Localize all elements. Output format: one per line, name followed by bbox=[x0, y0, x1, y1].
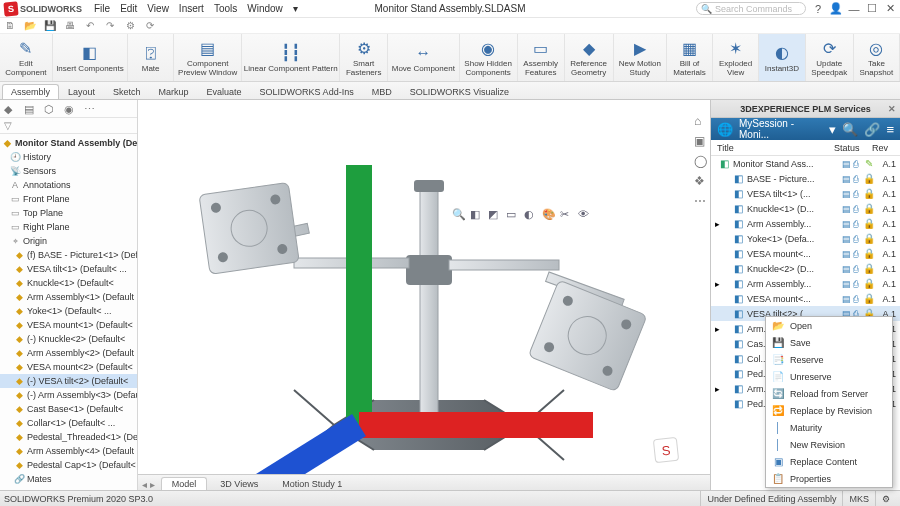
plm-row[interactable]: ▸◧Arm Assembly...▤ ⎙🔒A.1 bbox=[711, 216, 900, 231]
ribbon-take-snapshot[interactable]: ◎Take Snapshot bbox=[854, 34, 900, 81]
menu-edit[interactable]: Edit bbox=[120, 3, 137, 14]
ribbon-component-preview-window[interactable]: ▤Component Preview Window bbox=[174, 34, 242, 81]
ctx-maturity[interactable]: │Maturity bbox=[766, 419, 892, 436]
ribbon-reference-geometry[interactable]: ◆Reference Geometry bbox=[565, 34, 614, 81]
plm-row[interactable]: ▸◧Arm Assembly...▤ ⎙🔒A.1 bbox=[711, 276, 900, 291]
user-icon[interactable]: 👤 bbox=[830, 3, 842, 15]
tree-item[interactable]: ⌖Origin bbox=[0, 234, 137, 248]
ribbon-update-speedpak[interactable]: ⟳Update Speedpak bbox=[806, 34, 854, 81]
tree-item[interactable]: ◆Collar<1> (Default< ... bbox=[0, 416, 137, 430]
ctx-save[interactable]: 💾Save bbox=[766, 334, 892, 351]
taskpane-close-icon[interactable]: ✕ bbox=[888, 104, 896, 114]
ctx-open[interactable]: 📂Open bbox=[766, 317, 892, 334]
tree-item[interactable]: ◆Monitor Stand Assembly (Default bbox=[0, 136, 137, 150]
tree-tab-feature-icon[interactable]: ◆ bbox=[4, 103, 16, 115]
tree-tab-more-icon[interactable]: ⋯ bbox=[84, 103, 96, 115]
maximize-icon[interactable]: ☐ bbox=[866, 3, 878, 15]
cm-tab-solidworks-visualize[interactable]: SOLIDWORKS Visualize bbox=[401, 84, 518, 99]
qat-open-icon[interactable]: 📂 bbox=[24, 20, 36, 32]
tree-item[interactable]: ◆VESA mount<2> (Default< bbox=[0, 360, 137, 374]
tree-item[interactable]: ◆Cast Base<1> (Default< bbox=[0, 402, 137, 416]
qat-save-icon[interactable]: 💾 bbox=[44, 20, 56, 32]
ribbon-linear-component-pattern[interactable]: ┇┇Linear Component Pattern bbox=[242, 34, 340, 81]
tree-item[interactable]: ▭Top Plane bbox=[0, 206, 137, 220]
tree-tab-display-icon[interactable]: ◉ bbox=[64, 103, 76, 115]
help-icon[interactable]: ? bbox=[812, 3, 824, 15]
cm-tab-assembly[interactable]: Assembly bbox=[2, 84, 59, 99]
ribbon-move-component[interactable]: ↔Move Component bbox=[388, 34, 460, 81]
status-gear-icon[interactable]: ⚙ bbox=[875, 491, 896, 506]
col-title[interactable]: Title bbox=[717, 143, 834, 153]
tree-item[interactable]: ◆Arm Assembly<4> (Default bbox=[0, 444, 137, 458]
qat-options-icon[interactable]: ⚙ bbox=[124, 20, 136, 32]
menu-file[interactable]: File bbox=[94, 3, 110, 14]
tree-item[interactable]: ◆Yoke<1> (Default< ... bbox=[0, 304, 137, 318]
qat-rebuild-icon[interactable]: ⟳ bbox=[144, 20, 156, 32]
ctx-reload-from-server[interactable]: 🔄Reload from Server bbox=[766, 385, 892, 402]
tree-item[interactable]: ◆Pedestal_Threaded<1> (Defaul... bbox=[0, 430, 137, 444]
tree-item[interactable]: ◆(-) VESA tilt<2> (Default< bbox=[0, 374, 137, 388]
menu-view[interactable]: View bbox=[147, 3, 169, 14]
ribbon-insert-components[interactable]: ◧Insert Components bbox=[53, 34, 128, 81]
ribbon-edit-component[interactable]: ✎Edit Component bbox=[0, 34, 53, 81]
menu-more-icon[interactable]: ▾ bbox=[293, 3, 298, 14]
tree-item[interactable]: AAnnotations bbox=[0, 178, 137, 192]
close-icon[interactable]: ✕ bbox=[884, 3, 896, 15]
qat-print-icon[interactable]: 🖶 bbox=[64, 20, 76, 32]
menu-insert[interactable]: Insert bbox=[179, 3, 204, 14]
tab-model[interactable]: Model bbox=[161, 477, 208, 490]
ribbon-smart-fasteners[interactable]: ⚙Smart Fasteners bbox=[340, 34, 388, 81]
qat-new-icon[interactable]: 🗎 bbox=[4, 20, 16, 32]
tree-item[interactable]: ◆VESA mount<1> (Default< bbox=[0, 318, 137, 332]
ctx-properties[interactable]: 📋Properties bbox=[766, 470, 892, 487]
menu-tools[interactable]: Tools bbox=[214, 3, 237, 14]
plm-row[interactable]: ◧Knuckle<2> (D...▤ ⎙🔒A.1 bbox=[711, 261, 900, 276]
tree-item[interactable]: 🕘History bbox=[0, 150, 137, 164]
col-status[interactable]: Status bbox=[834, 143, 872, 153]
tab-motion-study[interactable]: Motion Study 1 bbox=[271, 477, 353, 490]
ribbon-assembly-features[interactable]: ▭Assembly Features bbox=[518, 34, 565, 81]
tree-tab-config-icon[interactable]: ⬡ bbox=[44, 103, 56, 115]
cm-tab-evaluate[interactable]: Evaluate bbox=[198, 84, 251, 99]
ribbon-new-motion-study[interactable]: ▶New Motion Study bbox=[614, 34, 668, 81]
ctx-replace-by-revision[interactable]: 🔁Replace by Revision bbox=[766, 402, 892, 419]
tree-tab-property-icon[interactable]: ▤ bbox=[24, 103, 36, 115]
search-commands-input[interactable]: 🔍 Search Commands bbox=[696, 2, 806, 15]
session-name[interactable]: MySession - Moni... bbox=[739, 118, 817, 140]
ribbon-exploded-view[interactable]: ✶Exploded View bbox=[713, 34, 759, 81]
tree-item[interactable]: ◆(-) Arm Assembly<3> (Default< <... bbox=[0, 388, 137, 402]
plm-row[interactable]: ◧VESA tilt<1> (...▤ ⎙🔒A.1 bbox=[711, 186, 900, 201]
plm-row[interactable]: ◧VESA mount<...▤ ⎙🔒A.1 bbox=[711, 246, 900, 261]
tree-item[interactable]: ▭Right Plane bbox=[0, 220, 137, 234]
tree-filter-icon[interactable]: ▽ bbox=[4, 120, 12, 131]
session-menu-icon[interactable]: ≡ bbox=[886, 122, 894, 137]
tree-item[interactable]: ◆VESA tilt<1> (Default< ... bbox=[0, 262, 137, 276]
ribbon-show-hidden-components[interactable]: ◉Show Hidden Components bbox=[460, 34, 518, 81]
cm-tab-solidworks-add-ins[interactable]: SOLIDWORKS Add-Ins bbox=[251, 84, 363, 99]
menu-window[interactable]: Window bbox=[247, 3, 283, 14]
tree-item[interactable]: ◆Pedestal Cap<1> (Default< bbox=[0, 458, 137, 472]
col-rev[interactable]: Rev bbox=[872, 143, 894, 153]
ribbon-mate[interactable]: ⍰Mate bbox=[128, 34, 174, 81]
cm-tab-sketch[interactable]: Sketch bbox=[104, 84, 150, 99]
cm-tab-markup[interactable]: Markup bbox=[150, 84, 198, 99]
tree-item[interactable]: ◆(-) Knuckle<2> (Default< bbox=[0, 332, 137, 346]
session-link-icon[interactable]: 🔗 bbox=[864, 122, 880, 137]
cm-tab-layout[interactable]: Layout bbox=[59, 84, 104, 99]
tree-item[interactable]: ◆Arm Assembly<1> (Default bbox=[0, 290, 137, 304]
qat-undo-icon[interactable]: ↶ bbox=[84, 20, 96, 32]
ctx-new-revision[interactable]: │New Revision bbox=[766, 436, 892, 453]
cm-tab-mbd[interactable]: MBD bbox=[363, 84, 401, 99]
session-dropdown-icon[interactable]: ▾ bbox=[829, 122, 836, 137]
plm-row[interactable]: ◧Knuckle<1> (D...▤ ⎙🔒A.1 bbox=[711, 201, 900, 216]
ribbon-instant-d[interactable]: ◐Instant3D bbox=[759, 34, 806, 81]
status-units[interactable]: MKS bbox=[842, 491, 875, 506]
plm-row[interactable]: ◧BASE - Picture...▤ ⎙🔒A.1 bbox=[711, 171, 900, 186]
plm-row[interactable]: ◧Yoke<1> (Defa...▤ ⎙🔒A.1 bbox=[711, 231, 900, 246]
bottom-tabs-arrows[interactable]: ◂ ▸ bbox=[138, 479, 159, 490]
tree-item[interactable]: ▭Front Plane bbox=[0, 192, 137, 206]
tree-item[interactable]: ◆Knuckle<1> (Default< bbox=[0, 276, 137, 290]
minimize-icon[interactable]: — bbox=[848, 3, 860, 15]
qat-redo-icon[interactable]: ↷ bbox=[104, 20, 116, 32]
tree-item[interactable]: 📡Sensors bbox=[0, 164, 137, 178]
